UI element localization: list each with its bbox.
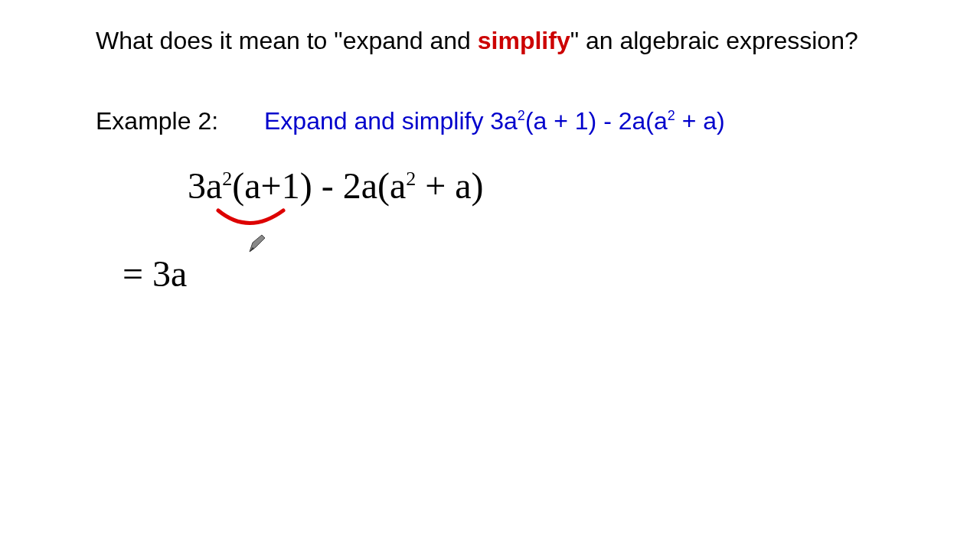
title-suffix: " an algebraic expression? <box>570 27 858 54</box>
example-label: Example 2: <box>96 107 218 135</box>
hand-expr-sup2: 2 <box>406 168 416 190</box>
title-prefix: What does it mean to "expand and <box>96 27 478 54</box>
example-problem: Expand and simplify 3a2(a + 1) - 2a(a2 +… <box>264 107 725 135</box>
handwritten-expression: 3a2(a+1) - 2a(a2 + a) <box>188 165 484 207</box>
hand-expr-part1: 3a <box>188 165 222 206</box>
hand-expr-part2: (a+1) - 2a(a <box>232 165 406 206</box>
example-text-mid1: (a + 1) - 2a(a <box>525 107 668 135</box>
example-sup2: 2 <box>668 108 675 123</box>
example-text-suffix: + a) <box>675 107 725 135</box>
hand-expr-sup1: 2 <box>222 168 232 190</box>
title-highlight: simplify <box>478 27 570 54</box>
distribution-arc <box>214 207 291 237</box>
hand-expr-part3: + a) <box>416 165 483 206</box>
handwritten-result: = 3a <box>122 253 187 295</box>
example-text-prefix: Expand and simplify 3a <box>264 107 518 135</box>
page-title: What does it mean to "expand and simplif… <box>96 27 858 55</box>
example-sup1: 2 <box>518 108 525 123</box>
pen-cursor-icon <box>247 233 268 255</box>
